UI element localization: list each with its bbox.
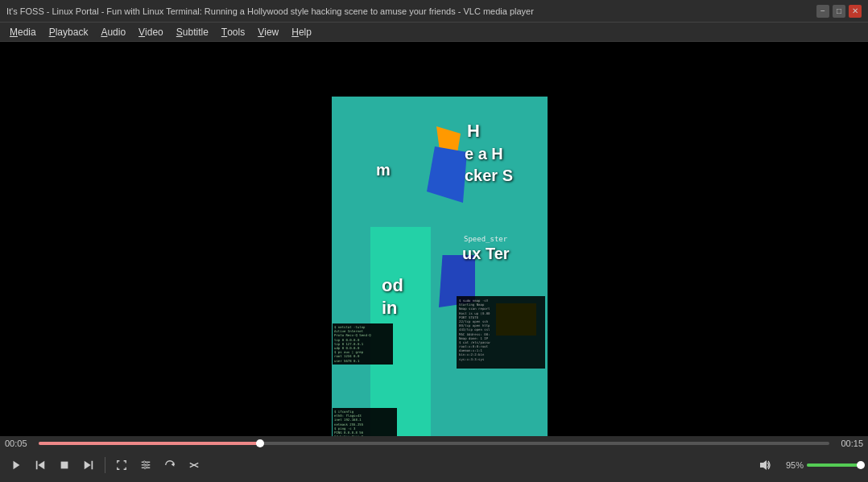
menu-bar: Media Playback Audio Video Subtitle Tool… — [0, 23, 868, 42]
fullscreen-button[interactable] — [110, 455, 133, 476]
svg-point-9 — [143, 461, 146, 463]
random-button[interactable] — [183, 455, 205, 476]
minimize-button[interactable]: − — [816, 5, 829, 18]
svg-marker-15 — [760, 460, 767, 470]
window-title: It's FOSS - Linux Portal - Fun with Linu… — [6, 6, 816, 16]
svg-marker-12 — [172, 463, 175, 467]
stop-button[interactable] — [53, 455, 76, 476]
volume-section: 95% — [754, 455, 863, 476]
time-total: 00:15 — [834, 439, 863, 448]
loop-button[interactable] — [159, 455, 181, 476]
speed-text: Speed_ster — [464, 235, 507, 243]
puzzle-text-od: od — [382, 275, 403, 296]
seek-bar-thumb[interactable] — [256, 439, 264, 447]
extended-button[interactable] — [134, 455, 157, 476]
puzzle-piece-1 — [0, 42, 48, 171]
puzzle-piece-5 — [0, 396, 64, 436]
seek-bar[interactable] — [39, 442, 829, 445]
fullscreen-icon — [116, 459, 127, 471]
svg-rect-1 — [36, 461, 38, 470]
puzzle-text-h: H — [467, 121, 480, 142]
button-row: 95% — [0, 451, 868, 480]
close-button[interactable]: ✕ — [849, 5, 862, 18]
puzzle-text-m: m — [376, 161, 391, 179]
seek-bar-fill — [39, 442, 260, 445]
title-bar: It's FOSS - Linux Portal - Fun with Linu… — [0, 0, 868, 23]
skip-forward-icon — [83, 459, 94, 471]
window-controls: − □ ✕ — [816, 5, 862, 18]
puzzle-text-ux: ux Ter — [462, 245, 510, 263]
puzzle-text-ea: e a H — [465, 145, 503, 163]
svg-point-10 — [146, 463, 148, 466]
svg-point-11 — [144, 467, 147, 469]
volume-bar-fill — [807, 463, 861, 467]
volume-button[interactable] — [754, 455, 776, 476]
menu-item-subtitle[interactable]: Subtitle — [170, 24, 215, 40]
puzzle-text-cker: cker S — [465, 167, 513, 185]
extended-icon — [140, 459, 151, 471]
volume-bar-thumb[interactable] — [857, 461, 865, 469]
terminal-text-2: $ sudo nmap -sV Starting Nmap Nmap scan … — [457, 296, 545, 369]
svg-rect-3 — [61, 462, 68, 469]
puzzle-piece-3 — [0, 267, 113, 315]
menu-item-audio[interactable]: Audio — [94, 24, 132, 40]
terminal-text-1: $ netstat -tulnp Active Internet Proto R… — [333, 323, 393, 365]
menu-item-media[interactable]: Media — [3, 24, 43, 40]
stop-icon — [59, 459, 70, 471]
skip-back-button[interactable] — [29, 455, 52, 476]
menu-item-help[interactable]: Help — [285, 24, 318, 40]
play-icon — [10, 459, 22, 471]
menu-item-playback[interactable]: Playback — [43, 24, 95, 40]
controls-bar: 00:05 00:15 — [0, 436, 868, 482]
loop-icon — [164, 459, 176, 471]
volume-percent: 95% — [779, 460, 804, 470]
svg-marker-2 — [38, 461, 44, 470]
menu-item-tools[interactable]: Tools — [215, 24, 251, 40]
skip-back-icon — [35, 459, 46, 471]
skip-forward-button[interactable] — [77, 455, 100, 476]
video-content: $ netstat -tulnp Active Internet Proto R… — [0, 42, 868, 436]
puzzle-text-in: in — [382, 298, 398, 319]
svg-rect-4 — [92, 461, 93, 470]
svg-marker-5 — [85, 461, 91, 470]
random-icon — [188, 459, 200, 471]
puzzle-piece-2 — [0, 171, 44, 267]
time-current: 00:05 — [5, 439, 34, 448]
volume-bar[interactable] — [807, 463, 863, 467]
seek-row: 00:05 00:15 — [0, 436, 868, 451]
svg-marker-0 — [14, 461, 20, 470]
maximize-button[interactable]: □ — [833, 5, 845, 18]
play-button[interactable] — [5, 455, 27, 476]
separator-1 — [105, 457, 105, 473]
video-area: $ netstat -tulnp Active Internet Proto R… — [0, 42, 868, 436]
menu-item-video[interactable]: Video — [132, 24, 170, 40]
menu-item-view[interactable]: View — [251, 24, 285, 40]
volume-icon — [758, 459, 771, 472]
terminal-text-3: $ ifconfig eth0: flags=43 inet 192.168.1… — [333, 408, 397, 436]
puzzle-piece-4 — [0, 315, 48, 396]
